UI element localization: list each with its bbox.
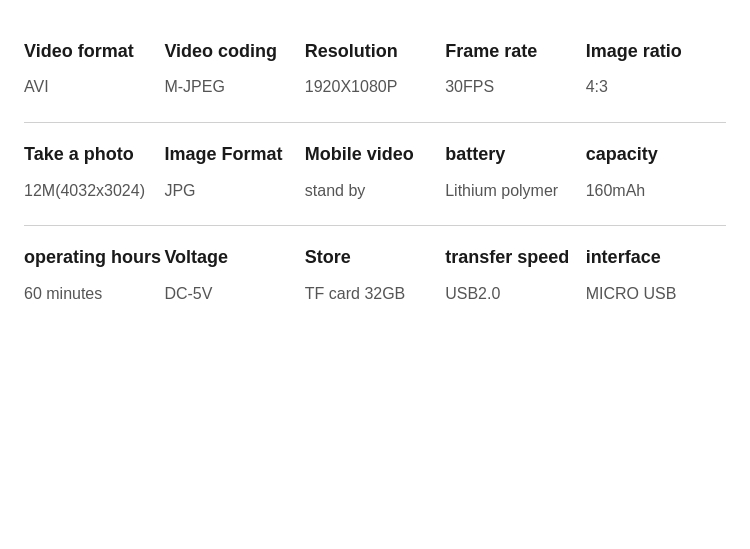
spec-label: Take a photo: [24, 143, 164, 166]
spec-label: battery: [445, 143, 585, 166]
specs-section-3: operating hours60 minutesVoltageDC-5VSto…: [24, 226, 726, 328]
spec-item: Mobile videostand by: [305, 143, 445, 201]
spec-item: transfer speedUSB2.0: [445, 246, 585, 304]
specs-section-2: Take a photo12M(4032x3024)Image FormatJP…: [24, 123, 726, 225]
spec-item: Video codingM-JPEG: [164, 40, 304, 98]
spec-item: Frame rate30FPS: [445, 40, 585, 98]
spec-item: Take a photo12M(4032x3024): [24, 143, 164, 201]
spec-label: Resolution: [305, 40, 445, 63]
spec-item: Resolution1920X1080P: [305, 40, 445, 98]
spec-item: batteryLithium polymer: [445, 143, 585, 201]
spec-item: Image FormatJPG: [164, 143, 304, 201]
spec-label: operating hours: [24, 246, 164, 269]
spec-value: AVI: [24, 77, 164, 98]
spec-value: 160mAh: [586, 181, 726, 202]
spec-value: USB2.0: [445, 284, 585, 305]
spec-value: 12M(4032x3024): [24, 181, 164, 202]
spec-label: Image Format: [164, 143, 304, 166]
spec-label: Store: [305, 246, 445, 269]
spec-value: stand by: [305, 181, 445, 202]
spec-value: 4:3: [586, 77, 726, 98]
spec-value: M-JPEG: [164, 77, 304, 98]
spec-item: Video formatAVI: [24, 40, 164, 98]
spec-label: Video format: [24, 40, 164, 63]
spec-label: capacity: [586, 143, 726, 166]
spec-value: JPG: [164, 181, 304, 202]
spec-label: Video coding: [164, 40, 304, 63]
spec-label: Image ratio: [586, 40, 726, 63]
spec-label: Voltage: [164, 246, 304, 269]
spec-value: 30FPS: [445, 77, 585, 98]
spec-item: Image ratio4:3: [586, 40, 726, 98]
specs-section-1: Video formatAVIVideo codingM-JPEGResolut…: [24, 20, 726, 122]
spec-value: MICRO USB: [586, 284, 726, 305]
spec-label: transfer speed: [445, 246, 585, 269]
spec-item: operating hours60 minutes: [24, 246, 164, 304]
spec-item: capacity160mAh: [586, 143, 726, 201]
specs-container: Video formatAVIVideo codingM-JPEGResolut…: [0, 0, 750, 349]
spec-value: DC-5V: [164, 284, 304, 305]
spec-label: Frame rate: [445, 40, 585, 63]
spec-item: VoltageDC-5V: [164, 246, 304, 304]
spec-label: Mobile video: [305, 143, 445, 166]
spec-item: interfaceMICRO USB: [586, 246, 726, 304]
spec-label: interface: [586, 246, 726, 269]
spec-value: 1920X1080P: [305, 77, 445, 98]
spec-value: TF card 32GB: [305, 284, 445, 305]
spec-item: StoreTF card 32GB: [305, 246, 445, 304]
spec-value: Lithium polymer: [445, 181, 585, 202]
spec-value: 60 minutes: [24, 284, 164, 305]
